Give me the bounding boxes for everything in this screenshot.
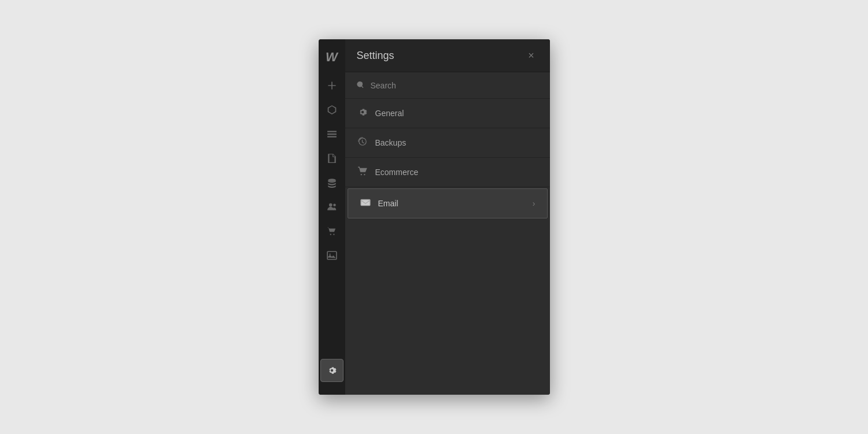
- menu-item-email[interactable]: Email ›: [348, 188, 548, 218]
- general-icon: [357, 107, 368, 120]
- general-label: General: [375, 109, 538, 118]
- sidebar-item-settings[interactable]: [320, 359, 343, 382]
- email-label: Email: [378, 199, 526, 208]
- app-window: W: [319, 39, 550, 395]
- search-row[interactable]: Search: [345, 72, 550, 99]
- email-icon: [360, 197, 371, 210]
- sidebar: W: [319, 39, 345, 395]
- app-logo: W: [319, 44, 345, 71]
- svg-point-1: [328, 203, 332, 207]
- backups-label: Backups: [375, 138, 538, 147]
- svg-point-8: [364, 174, 365, 175]
- sidebar-item-add[interactable]: [320, 74, 343, 97]
- logo-text: W: [326, 50, 338, 65]
- svg-rect-5: [327, 251, 337, 259]
- svg-point-0: [328, 179, 336, 181]
- ecommerce-label: Ecommerce: [375, 168, 538, 177]
- svg-point-6: [329, 254, 330, 255]
- menu-item-backups[interactable]: Backups: [345, 128, 550, 158]
- sidebar-item-media[interactable]: [320, 244, 343, 267]
- settings-panel: Settings × Search General Backups: [345, 39, 550, 395]
- svg-point-4: [333, 234, 334, 235]
- svg-point-7: [360, 174, 361, 175]
- sidebar-item-pages[interactable]: [320, 147, 343, 170]
- sidebar-item-database[interactable]: [320, 171, 343, 194]
- search-icon: [357, 80, 365, 90]
- backups-icon: [357, 136, 368, 149]
- email-chevron-icon: ›: [533, 199, 535, 208]
- settings-title: Settings: [357, 50, 394, 62]
- sidebar-item-elements[interactable]: [320, 123, 343, 146]
- sidebar-item-users[interactable]: [320, 195, 343, 218]
- close-button[interactable]: ×: [525, 49, 538, 62]
- svg-point-2: [333, 203, 336, 206]
- settings-header: Settings ×: [345, 39, 550, 72]
- menu-item-ecommerce[interactable]: Ecommerce: [345, 158, 550, 187]
- search-placeholder-text: Search: [371, 81, 396, 90]
- svg-point-3: [330, 234, 331, 235]
- ecommerce-icon: [357, 166, 368, 179]
- sidebar-item-blocks[interactable]: [320, 98, 343, 121]
- menu-item-general[interactable]: General: [345, 99, 550, 128]
- sidebar-item-ecommerce[interactable]: [320, 220, 343, 243]
